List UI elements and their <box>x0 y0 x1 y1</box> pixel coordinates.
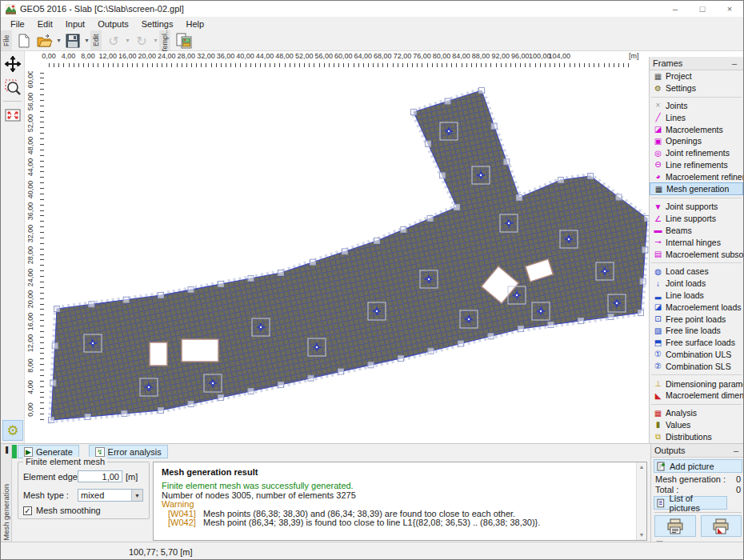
zoom-extents-tool-icon[interactable] <box>2 105 23 126</box>
sidebar-item-joint-refinements[interactable]: ◎Joint refinements <box>650 147 743 159</box>
sidebar-item-combination-uls[interactable]: ①Combination ULS <box>650 349 743 361</box>
ruler-tick <box>343 63 344 67</box>
result-scrollbar[interactable]: ▲ ▼ <box>636 462 646 540</box>
mesh-generation-count-label: Mesh generation : <box>655 474 726 484</box>
settings-gear-icon[interactable]: ⚙ <box>2 420 23 441</box>
menu-help[interactable]: Help <box>179 18 210 30</box>
sidebar-item-free-surface-loads[interactable]: ⬒Free surface loads <box>650 337 743 349</box>
ruler-tick <box>40 94 44 95</box>
zoom-window-tool-icon[interactable] <box>2 77 23 98</box>
mesh-type-dropdown-arrow[interactable]: ▼ <box>131 490 142 501</box>
ruler-tick <box>427 63 428 67</box>
pan-tool-icon[interactable] <box>2 54 23 74</box>
undo-button[interactable]: ↺ <box>103 31 124 50</box>
menu-settings[interactable]: Settings <box>135 18 180 30</box>
ruler-tick <box>486 63 486 67</box>
sidebar-separator <box>651 374 742 375</box>
new-file-button[interactable] <box>14 31 34 50</box>
minimize-button[interactable]: – <box>662 1 689 17</box>
sidebar-item-line-refinements[interactable]: ⊖Line refinements <box>650 159 743 171</box>
close-button[interactable]: × <box>716 1 743 17</box>
ruler-label: 48,00 <box>26 136 34 154</box>
sidebar-item-joint-supports[interactable]: ▼Joint supports <box>650 201 743 213</box>
ruler-tick <box>589 63 590 67</box>
load-cases-icon: ◍ <box>652 267 664 276</box>
ruler-tick <box>270 63 270 67</box>
menu-edit[interactable]: Edit <box>31 18 59 30</box>
ruler-tick <box>40 397 44 398</box>
sidebar-item-line-supports[interactable]: ∠Line supports <box>650 213 743 225</box>
ruler-tick <box>309 63 310 67</box>
add-picture-button[interactable]: Add picture <box>654 459 742 473</box>
drawing-canvas[interactable] <box>45 71 649 443</box>
sidebar-item-label: Combination ULS <box>666 350 731 359</box>
save-file-button[interactable] <box>62 31 83 50</box>
mesh-type-select[interactable]: mixed ▼ <box>78 489 143 502</box>
sidebar-item-joint-loads[interactable]: ↓Joint loads <box>650 278 743 290</box>
sidebar-item-dimensioning-parameters[interactable]: ⊥Dimensioning parameters <box>650 378 743 390</box>
sidebar-item-values[interactable]: ▮Values <box>650 419 743 431</box>
sidebar-item-lines[interactable]: ╱Lines <box>650 111 743 123</box>
scroll-up-icon[interactable]: ▲ <box>637 462 646 472</box>
ruler-tick <box>402 63 403 67</box>
open-file-button[interactable] <box>34 31 55 50</box>
print-selection-button[interactable] <box>701 515 742 537</box>
ruler-tick <box>127 63 128 67</box>
list-of-pictures-button[interactable]: List of pictures <box>654 496 727 510</box>
app-window: GEO5 2016 - Slab [C:\Slab\screen-02.gpl]… <box>0 0 744 560</box>
sidebar-item-load-cases[interactable]: ◍Load cases <box>650 266 743 278</box>
ruler-tick <box>285 63 286 67</box>
maximize-button[interactable]: □ <box>689 1 716 17</box>
mesh-result-box: Mesh generation result Finite element me… <box>153 462 647 541</box>
edge-length-input[interactable]: 1,00 <box>78 470 122 482</box>
open-dropdown-arrow[interactable]: ▾ <box>55 30 62 50</box>
frames-minimize-icon[interactable]: – <box>729 58 740 68</box>
ruler-tick <box>614 63 614 67</box>
undo-dropdown-arrow[interactable]: ▾ <box>124 30 131 50</box>
ruler-tick <box>177 63 178 67</box>
sidebar-separator <box>651 198 742 198</box>
sidebar-item-mesh-generation[interactable]: ▦Mesh generation <box>650 182 743 195</box>
sidebar-item-macroelement-dimensioning[interactable]: ◣Macroelement dimensioning <box>650 390 743 402</box>
sidebar-item-distributions[interactable]: ⧉Distributions <box>650 430 743 442</box>
sidebar-item-label: Line refinements <box>666 160 728 170</box>
menu-input[interactable]: Input <box>59 18 91 30</box>
redo-button[interactable]: ↻ <box>131 31 152 50</box>
sidebar-item-macroelements[interactable]: ◪Macroelements <box>650 123 743 135</box>
mode-strip: ❚ Mesh generation <box>1 444 12 542</box>
scroll-down-icon[interactable]: ▼ <box>637 530 646 540</box>
sidebar-item-line-loads[interactable]: ▂Line loads <box>650 290 743 302</box>
ruler-tick <box>540 63 541 67</box>
finite-element-mesh-group: Finite element mesh Element edge length … <box>18 462 150 519</box>
sidebar-item-combination-sls[interactable]: ②Combination SLS <box>650 360 743 372</box>
sidebar-item-beams[interactable]: ▬Beams <box>650 225 743 237</box>
sidebar-item-macroelement-subsoils[interactable]: ▤Macroelement subsoils <box>650 248 743 260</box>
print-button[interactable] <box>654 515 696 537</box>
sidebar-item-analysis[interactable]: ▦Analysis <box>650 407 743 419</box>
mesh-smoothing-checkbox[interactable]: ✓ <box>23 506 32 515</box>
sidebar-item-joints[interactable]: ×Joints <box>650 100 743 112</box>
menu-file[interactable]: File <box>4 18 31 30</box>
redo-dropdown-arrow[interactable]: ▾ <box>152 30 159 50</box>
save-dropdown-arrow[interactable]: ▾ <box>83 30 90 50</box>
sidebar-item-internal-hinges[interactable]: ⊸Internal hinges <box>650 236 743 248</box>
toolbar: File ▾ ▾ Edit ↺ ▾ ↻ ▾ Templ... <box>1 30 743 51</box>
sidebar-item-macroelement-loads[interactable]: ◪Macroelement loads <box>650 301 743 313</box>
outputs-minimize-icon[interactable]: – <box>730 446 742 455</box>
sidebar-item-settings[interactable]: ⚙Settings <box>650 82 743 94</box>
sidebar-item-free-point-loads[interactable]: ⊡Free point loads <box>650 313 743 325</box>
sidebar-item-project[interactable]: ▦Project <box>650 70 743 82</box>
menu-outputs[interactable]: Outputs <box>91 18 135 30</box>
macroelement-dimensioning-icon: ◣ <box>652 391 664 400</box>
sidebar-item-label: Values <box>666 420 690 430</box>
sidebar-item-free-line-loads[interactable]: ▨Free line loads <box>650 325 743 337</box>
copy-picture-button[interactable] <box>172 31 196 50</box>
ruler-label: 28,00 <box>26 246 34 265</box>
ruler-tick <box>255 63 256 67</box>
ruler-tick <box>40 243 44 244</box>
ruler-tick <box>363 63 364 67</box>
ruler-tick <box>246 63 246 67</box>
sidebar-item-macroelement-refinements[interactable]: ◕Macroelement refinements <box>650 170 743 182</box>
sidebar-item-label: Line supports <box>666 214 716 223</box>
sidebar-item-openings[interactable]: ▣Openings <box>650 135 743 147</box>
